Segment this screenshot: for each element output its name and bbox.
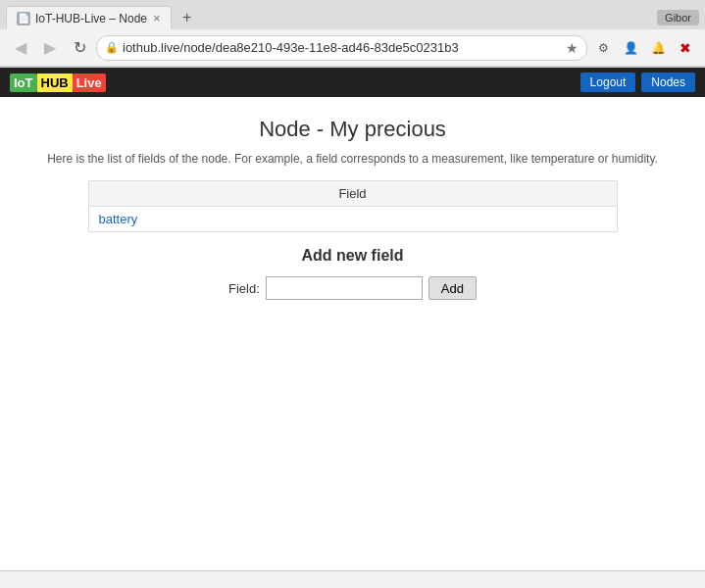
address-bar-container[interactable]: 🔒 ★ [96,35,587,61]
active-tab[interactable]: 📄 IoT-HUB-Live – Node × [6,6,172,29]
add-field-button[interactable]: Add [428,276,477,300]
profile-badge: Gibor [657,10,699,25]
field-link[interactable]: battery [99,212,138,226]
more-button[interactable]: ✖ [674,36,697,60]
field-input-label: Field: [228,281,260,296]
forward-button[interactable]: ▶ [37,35,63,61]
account-button[interactable]: 👤 [619,36,642,60]
main-content: Node - My precious Here is the list of f… [0,97,705,319]
notifications-button[interactable]: 🔔 [646,36,670,60]
app-nav: Logout Nodes [580,73,695,92]
bookmark-icon[interactable]: ★ [566,40,579,56]
page-title: Node - My precious [20,117,685,142]
tab-title: IoT-HUB-Live – Node [35,12,147,25]
field-cell: battery [88,207,617,232]
add-new-field-section: Add new field Field: Add [20,247,685,300]
tab-bar: 📄 IoT-HUB-Live – Node × + Gibor [0,0,705,29]
fields-table: Field battery [88,180,618,232]
logo-hub: HUB [37,74,73,92]
back-button[interactable]: ◀ [8,35,33,61]
logout-button[interactable]: Logout [580,73,636,92]
new-tab-button[interactable]: + [176,6,199,29]
field-input[interactable] [266,276,423,300]
refresh-button[interactable]: ↻ [67,35,92,61]
field-column-header: Field [88,181,617,207]
nav-bar: ◀ ▶ ↻ 🔒 ★ ⚙ 👤 🔔 ✖ [0,29,705,67]
app-header: IoT HUB Live Logout Nodes [0,68,705,97]
logo-live: Live [73,74,106,92]
page-description: Here is the list of fields of the node. … [20,152,685,166]
add-field-form: Field: Add [20,276,685,300]
tab-close-button[interactable]: × [153,11,161,25]
browser-chrome: 📄 IoT-HUB-Live – Node × + Gibor ◀ ▶ ↻ 🔒 … [0,0,705,68]
extensions-button[interactable]: ⚙ [591,36,615,60]
app-logo: IoT HUB Live [10,74,106,92]
nodes-button[interactable]: Nodes [641,73,695,92]
address-bar-input[interactable] [123,40,562,55]
logo-iot: IoT [10,74,37,92]
status-bar [0,570,705,588]
table-row: battery [88,207,617,232]
secure-icon: 🔒 [105,41,119,54]
add-section-title: Add new field [20,247,685,265]
tab-favicon: 📄 [17,12,30,25]
nav-actions: ⚙ 👤 🔔 ✖ [591,36,697,60]
